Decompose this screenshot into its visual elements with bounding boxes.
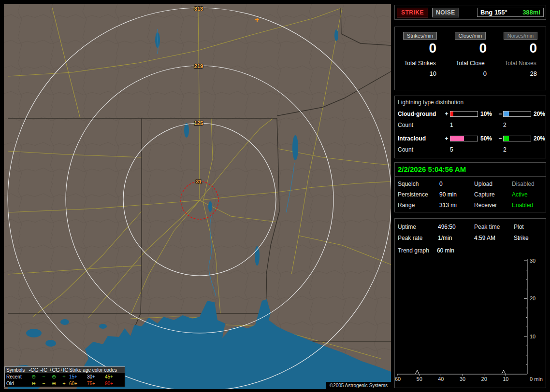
close-per-min-button[interactable]: Close/min: [455, 32, 486, 40]
squelch-value: 0: [439, 181, 474, 187]
ring-label-219: 219: [194, 63, 203, 69]
ring-label-31: 31: [196, 179, 202, 184]
ic-plus-bar: [450, 136, 478, 141]
cg-minus-bar: [503, 111, 531, 117]
legend-row-recent: Recent ⊖ − ⊕ + 15+ 30+ 45+: [5, 373, 125, 380]
cg-plus-percent: 10%: [478, 111, 497, 117]
capture-label: Capture: [474, 191, 512, 198]
counters-section: Strikes/min 0 Total Strikes 10 Close/min…: [394, 27, 546, 90]
ic-plus-percent: 50%: [478, 135, 497, 142]
minus-sign: −: [497, 111, 503, 117]
legend-recent-label: Recent: [6, 374, 29, 379]
ring-label-313: 313: [194, 6, 203, 12]
lightning-distribution-section: Lightning type distribution Cloud-ground…: [394, 96, 546, 158]
svg-text:40: 40: [438, 376, 444, 382]
peak-time-value: 4:59 AM: [474, 235, 514, 241]
legend-symbols-header: Symbols: [6, 367, 29, 373]
strikes-rate-value: 0: [395, 41, 445, 56]
strikes-per-min-button[interactable]: Strikes/min: [403, 32, 437, 40]
range-label: Range: [398, 202, 439, 209]
strike-mode-button[interactable]: STRIKE: [397, 8, 428, 17]
persistence-label: Persistence: [398, 191, 439, 198]
persistence-value: 90 min: [439, 191, 474, 198]
capture-status: Active: [512, 191, 543, 198]
age-75: 75+: [87, 381, 105, 386]
stats-trend-section: Uptime 496:50 Peak time Plot Peak rate 1…: [394, 218, 546, 388]
close-rate-value: 0: [445, 41, 495, 56]
noise-mode-button[interactable]: NOISE: [432, 8, 459, 17]
ic-count-label: Count: [398, 146, 443, 153]
legend-col-neg-cg: -CG: [29, 367, 39, 373]
map-legend: Symbols -CG -IC +CG +IC Strike age color…: [4, 366, 125, 387]
distribution-title: Lightning type distribution: [395, 96, 546, 108]
age-60: 60+: [69, 381, 87, 386]
total-noises-value: 28: [495, 70, 546, 77]
pos-cg-recent-icon: ⊕: [49, 374, 59, 379]
map-canvas[interactable]: 313 219 125 31: [4, 4, 391, 389]
bearing-readout: Bng 155° 388mi: [477, 8, 544, 17]
neg-cg-recent-icon: ⊖: [29, 374, 39, 379]
peak-rate-label: Peak rate: [398, 235, 438, 241]
legend-old-label: Old: [6, 381, 29, 386]
total-noises-label: Total Noises: [495, 60, 546, 67]
cg-minus-count: 2: [503, 122, 531, 128]
plot-mode-value: Strike: [514, 235, 543, 241]
upload-status: Disabled: [512, 181, 543, 187]
svg-text:50: 50: [417, 376, 422, 382]
cg-minus-bar-fill: [504, 112, 509, 116]
total-strikes-value: 10: [395, 70, 445, 77]
ic-minus-bar-fill: [504, 136, 509, 141]
total-strikes-label: Total Strikes: [395, 60, 445, 67]
svg-text:30: 30: [530, 258, 536, 264]
bearing-distance: 388mi: [522, 9, 540, 16]
cg-minus-percent: 20%: [531, 111, 545, 117]
peak-rate-value: 1/min: [438, 235, 474, 241]
trend-window-value: 60 min: [437, 247, 454, 254]
squelch-label: Squelch: [398, 181, 439, 187]
ic-plus-count: 5: [450, 146, 478, 153]
legend-header-row: Symbols -CG -IC +CG +IC Strike age color…: [5, 367, 125, 373]
peak-time-label: Peak time: [474, 224, 514, 230]
svg-text:60: 60: [395, 376, 401, 382]
ic-minus-bar: [503, 136, 531, 141]
cg-plus-count: 1: [450, 122, 478, 128]
plus-sign: +: [443, 111, 450, 117]
ic-plus-bar-fill: [450, 136, 464, 141]
pos-ic-old-icon: +: [59, 381, 69, 386]
trend-graph-label: Trend graph: [398, 247, 429, 254]
map-region[interactable]: 313 219 125 31 Symbols -CG -IC +CG +IC S…: [4, 4, 391, 389]
age-30: 30+: [87, 374, 105, 379]
neg-ic-recent-icon: −: [39, 374, 49, 379]
ring-label-125: 125: [194, 120, 203, 126]
svg-text:10: 10: [530, 334, 536, 339]
cloud-ground-count-row: Count 1 2: [395, 120, 546, 130]
trend-graph-chart: 1020306050403020100 min: [395, 256, 546, 387]
cg-plus-bar-fill: [450, 112, 453, 116]
pos-cg-old-icon: ⊕: [49, 381, 59, 386]
pos-ic-recent-icon: +: [59, 374, 69, 379]
age-45: 45+: [105, 374, 123, 379]
trend-graph-header: Trend graph 60 min: [395, 241, 546, 254]
receiver-label: Receiver: [474, 202, 512, 209]
legend-col-neg-ic: -IC: [39, 367, 49, 373]
bearing-label: Bng 155°: [480, 9, 507, 16]
noises-per-min-button[interactable]: Noises/min: [504, 32, 537, 40]
status-grid: Squelch 0 Upload Disabled Persistence 90…: [395, 177, 546, 209]
mode-toolbar: STRIKE NOISE Bng 155° 388mi: [394, 5, 546, 20]
receiver-status: Enabled: [512, 202, 543, 209]
upload-label: Upload: [474, 181, 512, 187]
intracloud-count-row: Count 5 2: [395, 144, 546, 154]
total-close-value: 0: [445, 70, 495, 77]
uptime-value: 496:50: [438, 224, 474, 230]
cloud-ground-row: Cloud-ground + 10% − 20%: [395, 108, 546, 120]
noises-counter-column: Noises/min 0 Total Noises 28: [495, 31, 546, 90]
cg-plus-bar: [450, 111, 478, 117]
cloud-ground-label: Cloud-ground: [398, 111, 443, 117]
legend-col-pos-cg: +CG: [49, 367, 59, 373]
svg-text:10: 10: [503, 376, 508, 382]
datetime-display: 2/2/2026 5:04:56 AM: [395, 163, 546, 177]
noises-rate-value: 0: [495, 41, 546, 56]
intracloud-label: Intracloud: [398, 135, 443, 142]
stats-grid: Uptime 496:50 Peak time Plot Peak rate 1…: [395, 219, 546, 241]
plot-label: Plot: [514, 224, 543, 230]
